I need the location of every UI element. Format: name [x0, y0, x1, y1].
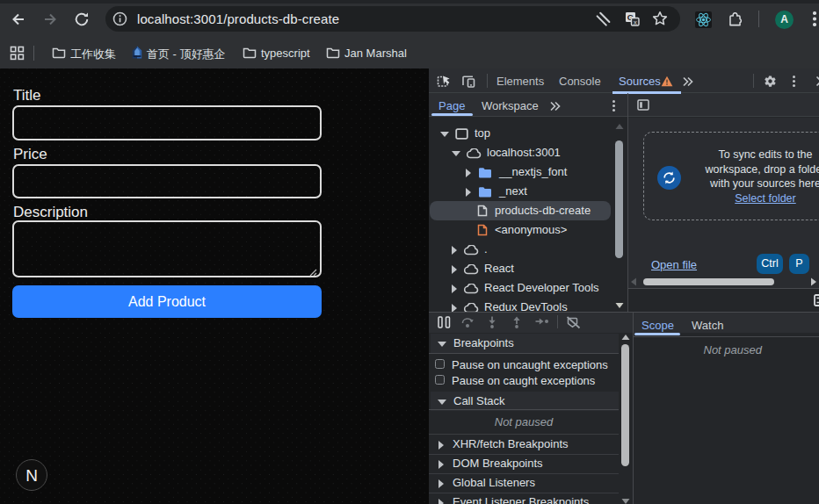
svg-text:x: x — [634, 18, 637, 26]
